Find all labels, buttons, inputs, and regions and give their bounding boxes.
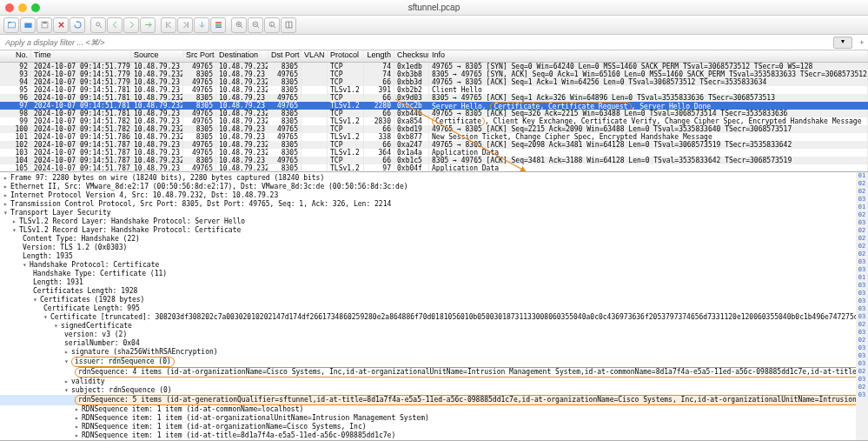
tree-validity[interactable]: validity <box>0 378 868 386</box>
detail-ctype[interactable]: Content Type: Handshake (22) <box>0 235 868 244</box>
packet-list-header: No. Time Source Src Port Destination Dst… <box>0 50 868 63</box>
tree-signature[interactable]: signature (sha256WithRSAEncryption) <box>0 348 868 357</box>
packet-row[interactable]: 1032024-10-07 09:14:51.78730310.48.79.23… <box>0 149 868 157</box>
tree-ip[interactable]: Internet Protocol Version 4, Src: 10.48.… <box>0 191 868 200</box>
packet-row[interactable]: 932024-10-07 09:14:51.77969910.48.79.232… <box>0 70 868 78</box>
detail-v3[interactable]: version: v3 (2) <box>0 331 868 339</box>
last-button[interactable] <box>177 17 193 33</box>
add-filter-button[interactable]: + <box>856 38 868 47</box>
packet-details[interactable]: Frame 97: 2280 bytes on wire (18240 bits… <box>0 172 868 441</box>
zoom-out-button[interactable] <box>248 17 263 33</box>
zoom-in-button[interactable] <box>231 17 247 33</box>
packet-row[interactable]: 992024-10-07 09:14:51.78260110.48.79.234… <box>0 117 868 125</box>
svg-rect-0 <box>8 23 15 28</box>
first-button[interactable] <box>161 17 176 33</box>
tree-subject[interactable]: subject: rdnSequence (0) <box>0 386 868 395</box>
tree-rdn2[interactable]: RDNSequence item: 1 item (id-at-organiza… <box>0 414 868 423</box>
packet-row[interactable]: 972024-10-07 09:14:51.78157410.48.79.232… <box>0 102 868 110</box>
expression-button[interactable]: ▾ <box>833 37 852 49</box>
tree-certs[interactable]: Certificates (1928 bytes) <box>0 296 868 304</box>
packet-list[interactable]: No. Time Source Src Port Destination Dst… <box>0 50 868 172</box>
svg-point-5 <box>96 23 99 26</box>
prev-button[interactable] <box>107 17 123 33</box>
col-dest[interactable]: Destination <box>216 50 268 62</box>
packet-row[interactable]: 1042024-10-07 09:14:51.78731210.48.79.23… <box>0 157 868 164</box>
col-vlan[interactable]: VLAN <box>301 50 328 62</box>
packet-row[interactable]: 922024-10-07 09:14:51.77962410.48.79.234… <box>0 63 868 70</box>
tree-rdn4[interactable]: RDNSequence item: 1 item (id-at-title=8d… <box>0 431 868 440</box>
tree-frame[interactable]: Frame 97: 2280 bytes on wire (18240 bits… <box>0 174 868 183</box>
save-button[interactable] <box>36 17 52 33</box>
tree-tls[interactable]: Transport Layer Security <box>0 209 868 217</box>
tree-handshake[interactable]: Handshake Protocol: Certificate <box>0 261 868 270</box>
svg-rect-4 <box>43 22 46 23</box>
packet-row[interactable]: 1012024-10-07 09:14:51.78601510.48.79.23… <box>0 133 868 141</box>
display-filter-input[interactable] <box>0 37 833 49</box>
resize-columns-button[interactable] <box>281 17 296 33</box>
close-icon[interactable] <box>5 3 14 12</box>
detail-len[interactable]: Length: 1935 <box>0 252 868 261</box>
window-controls <box>0 3 40 12</box>
find-button[interactable] <box>90 17 106 33</box>
tree-rec1[interactable]: TLSv1.2 Record Layer: Handshake Protocol… <box>0 217 868 226</box>
detail-clen[interactable]: Certificates Length: 1928 <box>0 287 868 296</box>
col-no[interactable]: No. <box>0 50 31 62</box>
packet-row[interactable]: 1052024-10-07 09:14:51.78743410.48.79.23… <box>0 164 868 172</box>
svg-rect-1 <box>8 22 10 23</box>
goto-button[interactable] <box>140 17 156 33</box>
detail-ver[interactable]: Version: TLS 1.2 (0x0303) <box>0 244 868 252</box>
zoom-icon[interactable] <box>31 3 40 12</box>
col-srcport[interactable]: Src Port <box>183 50 216 62</box>
zoom-reset-button[interactable]: 1 <box>264 17 280 33</box>
detail-htype[interactable]: Handshake Type: Certificate (11) <box>0 270 868 278</box>
tree-signed-cert[interactable]: signedCertificate <box>0 322 868 331</box>
colorize-button[interactable] <box>210 17 226 33</box>
open-folder-button[interactable] <box>20 17 36 33</box>
packet-row[interactable]: 942024-10-07 09:14:51.77999810.48.79.234… <box>0 78 868 86</box>
tree-rdn3[interactable]: RDNSequence item: 1 item (id-at-organiza… <box>0 423 868 431</box>
window-title: sftunnel.pcap <box>408 3 461 12</box>
tree-issuer[interactable]: issuer: rdnSequence (0) <box>0 357 868 367</box>
reload-button[interactable] <box>70 17 85 33</box>
packet-row[interactable]: 1022024-10-07 09:14:51.78716110.48.79.23… <box>0 141 868 149</box>
col-info[interactable]: Info <box>429 50 868 62</box>
tree-eth[interactable]: Ethernet II, Src: VMware_8d:e2:17 (00:50… <box>0 183 868 191</box>
col-length[interactable]: Length <box>364 50 394 62</box>
autoscroll-button[interactable] <box>194 17 209 33</box>
packet-row[interactable]: 1002024-10-07 09:14:51.78270010.48.79.23… <box>0 125 868 133</box>
svg-rect-6 <box>215 22 222 23</box>
detail-subject-seq[interactable]: rdnSequence: 5 items (id-at-generationQu… <box>0 395 868 405</box>
filter-bar: ▾ + <box>0 35 868 50</box>
detail-hlen[interactable]: Length: 1931 <box>0 278 868 287</box>
minimize-icon[interactable] <box>18 3 27 12</box>
svg-rect-2 <box>24 23 31 28</box>
close-file-button[interactable] <box>53 17 69 33</box>
tree-cert-trunc[interactable]: Certificate [truncated]: 308203df308202c… <box>0 313 868 322</box>
svg-rect-7 <box>215 24 222 26</box>
col-dstport[interactable]: Dst Port <box>268 50 301 62</box>
detail-serial[interactable]: serialNumber: 0x04 <box>0 339 868 348</box>
svg-rect-8 <box>215 27 222 28</box>
col-time[interactable]: Time <box>31 50 131 62</box>
toolbar: 1 <box>0 16 868 35</box>
tree-tcp[interactable]: Transmission Control Protocol, Src Port:… <box>0 200 868 209</box>
col-source[interactable]: Source <box>131 50 183 62</box>
bytes-ruler: 0102020301020302020202030301030303030302… <box>856 172 868 440</box>
detail-issuer-seq[interactable]: rdnSequence: 4 items (id-at-organization… <box>0 367 868 378</box>
next-button[interactable] <box>123 17 139 33</box>
packet-row[interactable]: 952024-10-07 09:14:51.78124510.48.79.234… <box>0 86 868 94</box>
packet-row[interactable]: 982024-10-07 09:14:51.78180810.48.79.234… <box>0 110 868 117</box>
detail-certlen[interactable]: Certificate Length: 995 <box>0 304 868 313</box>
packet-row[interactable]: 962024-10-07 09:14:51.78126510.48.79.232… <box>0 94 868 102</box>
titlebar: sftunnel.pcap <box>0 0 868 16</box>
col-proto[interactable]: Protocol <box>328 50 364 62</box>
open-file-button[interactable] <box>3 17 19 33</box>
col-checksum[interactable]: Checksum <box>394 50 429 62</box>
tree-rec2[interactable]: TLSv1.2 Record Layer: Handshake Protocol… <box>0 226 868 235</box>
tree-rdn1[interactable]: RDNSequence item: 1 item (id-at-commonNa… <box>0 405 868 414</box>
